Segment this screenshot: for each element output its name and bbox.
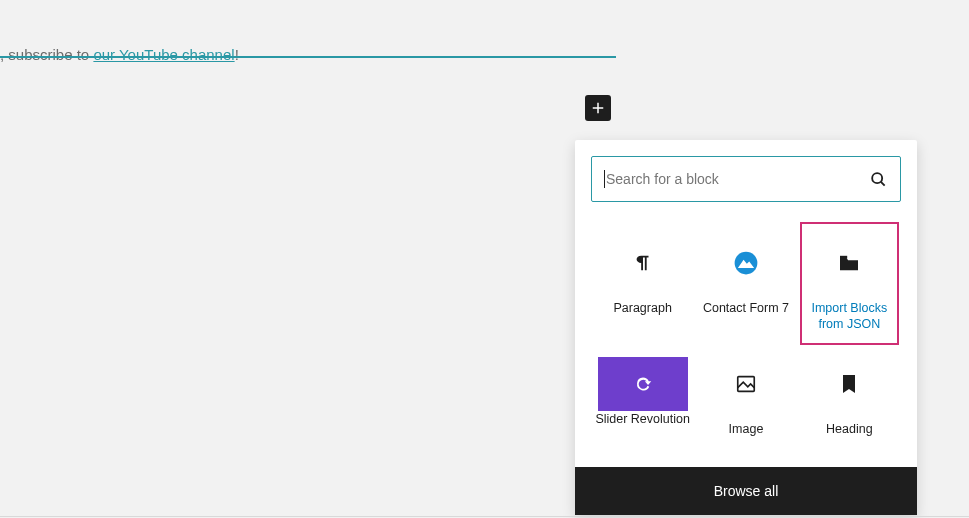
- block-item-import-blocks-from-json[interactable]: Import Blocks from JSON: [798, 226, 901, 347]
- block-selection-underline: [0, 22, 616, 58]
- block-item-image[interactable]: Image: [694, 347, 797, 451]
- svg-rect-3: [840, 256, 847, 259]
- browse-all-button[interactable]: Browse all: [575, 467, 917, 515]
- folder-icon: [838, 254, 860, 272]
- block-label: Image: [729, 421, 764, 437]
- search-icon: [868, 169, 888, 189]
- block-search-wrap[interactable]: [591, 156, 901, 202]
- block-item-paragraph[interactable]: Paragraph: [591, 226, 694, 347]
- block-item-contact-form-7[interactable]: Contact Form 7: [694, 226, 797, 347]
- plus-icon: [589, 99, 607, 117]
- svg-point-0: [872, 173, 882, 183]
- slider-revolution-icon-box: [598, 357, 688, 411]
- block-label: Slider Revolution: [595, 411, 690, 427]
- refresh-icon: [632, 373, 654, 395]
- block-label: Import Blocks from JSON: [802, 300, 897, 333]
- block-search-input[interactable]: [604, 170, 868, 188]
- browse-all-label: Browse all: [714, 483, 779, 499]
- block-label: Contact Form 7: [703, 300, 789, 316]
- mountain-circle-icon: [733, 250, 759, 276]
- block-grid: Paragraph Contact Form 7: [591, 226, 901, 451]
- block-item-heading[interactable]: Heading: [798, 347, 901, 451]
- paragraph-icon: [632, 252, 654, 274]
- page-footer-divider: [0, 516, 969, 517]
- svg-line-1: [881, 182, 885, 186]
- block-label: Paragraph: [613, 300, 671, 316]
- bookmark-icon: [841, 374, 857, 394]
- add-block-button[interactable]: [585, 95, 611, 121]
- block-item-slider-revolution[interactable]: Slider Revolution: [591, 347, 694, 451]
- block-label: Heading: [826, 421, 873, 437]
- block-inserter-popover: Paragraph Contact Form 7: [575, 140, 917, 515]
- image-icon: [735, 373, 757, 395]
